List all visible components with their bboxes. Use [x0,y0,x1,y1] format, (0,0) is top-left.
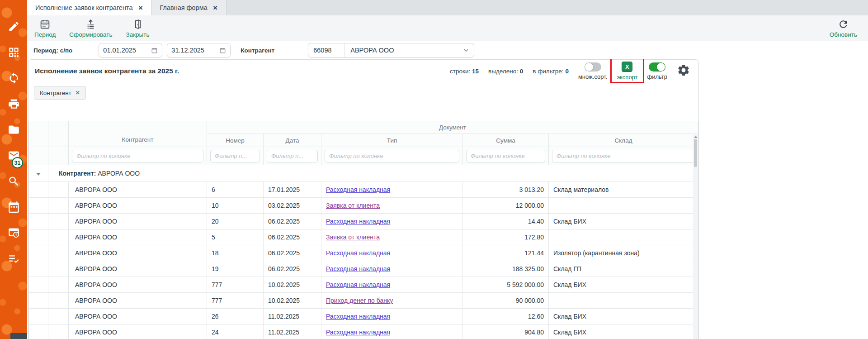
column-header-number[interactable]: Номер [207,134,264,147]
column-header-contractor[interactable]: Контрагент [69,121,207,147]
collapse-triangle-icon[interactable] [36,173,41,176]
column-header-sum[interactable]: Сумма [463,134,549,147]
cell-number: 18 [207,245,264,261]
cell-warehouse [549,198,698,214]
filter-input-warehouse[interactable] [552,150,695,162]
close-icon[interactable]: ✕ [75,90,80,96]
filter-input-number[interactable] [210,150,260,162]
calendar-icon[interactable] [151,47,158,54]
cell-document-type: Расходная накладная [321,261,463,277]
table-row[interactable]: АВРОРА ООО 777 10.02.2025 Расходная накл… [29,277,698,293]
column-header-date[interactable]: Дата [264,134,321,147]
document-type-link[interactable]: Расходная накладная [326,249,390,257]
app-sidebar: 31 [0,0,27,339]
document-type-link[interactable]: Расходная накладная [326,329,390,336]
contractor-label: Контрагент [241,47,274,54]
excel-icon[interactable]: X [622,62,632,72]
cell-sum: 90 000.00 [463,293,549,309]
cell-warehouse: Склад БИХ [549,277,698,293]
date-to-input[interactable]: 31.12.2025 [167,43,231,57]
date-from-input[interactable]: 01.01.2025 [99,43,162,57]
group-chip-contractor[interactable]: Контрагент ✕ [34,86,86,100]
qr-code-icon[interactable] [0,39,27,65]
document-type-link[interactable]: Расходная накладная [326,186,390,193]
generate-button[interactable]: Сформировать [69,19,112,38]
search-icon[interactable] [0,168,27,194]
cell-document-type: Заявка от клиента [321,229,463,245]
multisort-toggle[interactable]: множ.сорт. [578,62,607,80]
table-row[interactable]: АВРОРА ООО 18 06.02.2025 Расходная накла… [29,245,698,261]
cell-date: 06.02.2025 [264,245,321,261]
tab-execution-report[interactable]: Исполнение заявок контрагента ✕ [27,0,151,15]
filter-input-date[interactable] [267,150,318,162]
folder-icon[interactable] [0,117,27,143]
filtered-count: в фильтре: 0 [533,68,569,75]
toggle-off-icon[interactable] [585,62,601,72]
scrollbar-thumb[interactable] [694,139,697,167]
group-row[interactable]: Контрагент: АВРОРА ООО [29,165,698,182]
close-form-button[interactable]: Закрыть [126,19,150,38]
toggle-on-icon[interactable] [649,62,665,72]
refresh-icon [838,19,849,30]
cell-contractor: АВРОРА ООО [69,214,207,229]
export-button[interactable]: X экспорт [617,62,637,81]
table-row[interactable]: АВРОРА ООО 19 06.02.2025 Расходная накла… [29,261,698,277]
mail-icon[interactable]: 31 [0,143,27,168]
document-type-link[interactable]: Заявка от клиента [326,202,380,209]
table-row[interactable]: АВРОРА ООО 24 11.02.2025 Расходная накла… [29,325,698,339]
table-row[interactable]: АВРОРА ООО 5 06.02.2025 Заявка от клиент… [29,229,698,245]
period-button[interactable]: Период [34,19,56,38]
filter-input-contractor[interactable] [72,150,203,162]
cell-number: 24 [207,325,264,339]
table-row[interactable]: АВРОРА ООО 20 06.02.2025 Расходная накла… [29,214,698,229]
filter-toggle[interactable]: фильтр [647,62,667,80]
door-icon [132,19,143,30]
cell-warehouse: Склад ГП [549,261,698,277]
report-clock-icon[interactable] [0,220,27,246]
cell-number: 777 [207,277,264,293]
document-type-link[interactable]: Приход денег по банку [326,297,393,304]
cell-sum: 188 325.00 [463,261,549,277]
calendar-icon[interactable] [219,47,226,54]
table-row[interactable]: АВРОРА ООО 26 11.02.2025 Расходная накла… [29,309,698,325]
tab-main-form[interactable]: Главная форма ✕ [151,0,226,15]
cell-document-type: Расходная накладная [321,309,463,325]
cell-number: 19 [207,261,264,277]
close-icon[interactable]: ✕ [213,5,218,11]
cell-contractor: АВРОРА ООО [69,182,207,198]
column-header-warehouse[interactable]: Склад [549,134,698,147]
document-type-link[interactable]: Расходная накладная [326,265,390,272]
document-type-link[interactable]: Расходная накладная [326,218,390,225]
cell-date: 06.02.2025 [264,261,321,277]
main-area: Исполнение заявок контрагента ✕ Главная … [27,0,868,339]
group-row-text: Контрагент: АВРОРА ООО [53,170,140,177]
contractor-combo[interactable]: 66098 АВРОРА ООО [308,43,474,57]
filter-input-type[interactable] [325,150,459,162]
gear-icon [677,63,690,77]
filter-input-sum[interactable] [466,150,545,162]
column-header-type[interactable]: Тип [321,134,463,147]
document-type-link[interactable]: Расходная накладная [326,281,390,288]
document-type-link[interactable]: Расходная накладная [326,313,390,320]
contractor-name-value[interactable]: АВРОРА ООО [344,47,463,54]
settings-button[interactable] [677,63,690,79]
scroll-up-arrow-icon[interactable] [694,136,698,138]
checklist-icon[interactable] [0,246,27,272]
table-row[interactable]: АВРОРА ООО 6 17.01.2025 Расходная наклад… [29,182,698,198]
vertical-scrollbar[interactable] [693,134,698,339]
cell-warehouse: Склад материалов [549,182,698,198]
sync-icon[interactable] [0,65,27,91]
pencil-icon[interactable] [0,14,27,39]
close-form-button-label: Закрыть [126,31,150,38]
table-row[interactable]: АВРОРА ООО 777 10.02.2025 Приход денег п… [29,293,698,309]
chevron-down-icon[interactable] [463,47,469,53]
document-type-link[interactable]: Заявка от клиента [326,234,380,241]
refresh-button[interactable]: Обновить [830,19,857,38]
cell-number: 26 [207,309,264,325]
print-form-icon[interactable] [0,91,27,117]
contractor-code-value[interactable]: 66098 [308,43,344,57]
cell-sum: 3 013.20 [463,182,549,198]
calendar-icon[interactable] [0,194,27,220]
table-row[interactable]: АВРОРА ООО 10 03.02.2025 Заявка от клиен… [29,198,698,214]
close-icon[interactable]: ✕ [138,5,143,11]
